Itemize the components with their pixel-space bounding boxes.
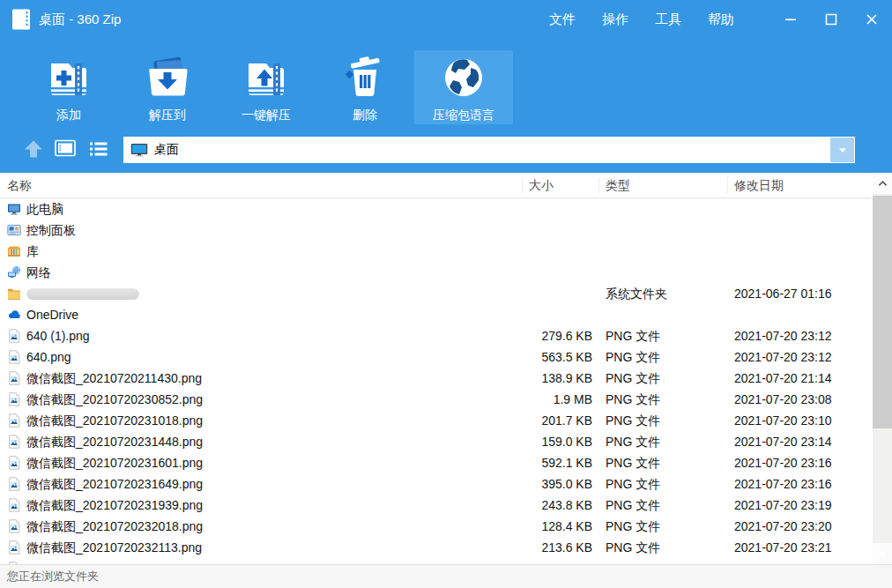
file-name: 微信截图_20210720231649.png: [26, 473, 203, 495]
table-row[interactable]: 微信截图_20210720231018.png201.7 KBPNG 文件202…: [0, 410, 871, 431]
table-row[interactable]: 微信截图_20210720231601.png592.1 KBPNG 文件202…: [0, 452, 871, 473]
png-file-icon: [7, 540, 21, 555]
file-name: 微信截图_20210720230852.png: [26, 389, 203, 410]
table-row[interactable]: 640.png563.5 KBPNG 文件2021-07-20 23:12: [0, 346, 871, 368]
png-file-icon: [7, 371, 21, 385]
png-file-icon: [7, 350, 21, 364]
desktop-icon: [130, 143, 148, 157]
close-button[interactable]: [851, 0, 892, 39]
table-row[interactable]: 微信截图_20210720231649.png395.0 KBPNG 文件202…: [0, 473, 871, 495]
chevron-down-icon: [876, 547, 889, 561]
delete-icon: [340, 53, 390, 102]
maximize-button[interactable]: [811, 0, 851, 39]
address-input[interactable]: 桌面: [123, 137, 855, 163]
table-row[interactable]: 微信截图_20210720230852.png1.9 MBPNG 文件2021-…: [0, 389, 871, 410]
file-date: 2021-07-20 21:14: [734, 368, 832, 389]
redacted-file-name: [26, 288, 139, 300]
file-size: 243.8 KB: [458, 495, 592, 516]
table-row[interactable]: 库: [0, 241, 871, 262]
tool-label: 添加: [56, 108, 81, 123]
file-type: PNG 文件: [606, 368, 660, 389]
table-row[interactable]: 此电脑: [0, 198, 871, 220]
file-name: 此电脑: [26, 198, 63, 220]
vertical-scrollbar[interactable]: [873, 173, 892, 564]
table-row[interactable]: OneDrive: [0, 304, 871, 325]
up-arrow-icon[interactable]: [22, 138, 45, 160]
status-text: 您正在浏览文件夹: [7, 569, 99, 583]
app-icon: [11, 8, 32, 31]
thumbnail-view-button[interactable]: [52, 137, 78, 161]
column-header-type[interactable]: 类型: [606, 173, 630, 198]
table-row[interactable]: 微信截图_20210720232113.png213.6 KBPNG 文件202…: [0, 537, 871, 558]
menu-item-tools[interactable]: 工具: [642, 0, 695, 39]
close-icon: [865, 12, 879, 26]
file-type: PNG 文件: [606, 389, 660, 410]
file-type: PNG 文件: [606, 431, 660, 452]
file-type: 系统文件夹: [606, 283, 667, 304]
extract-to-icon: [143, 53, 192, 102]
add-archive-icon: [44, 53, 93, 102]
column-separator: [522, 177, 523, 194]
table-row[interactable]: 640 (1).png279.6 KBPNG 文件2021-07-20 23:1…: [0, 325, 871, 346]
png-file-icon: [7, 329, 21, 343]
table-row[interactable]: 微信截图_20210720231939.png243.8 KBPNG 文件202…: [0, 495, 871, 516]
onedrive-icon: [7, 308, 21, 322]
file-size: 201.7 KB: [458, 410, 592, 431]
table-row[interactable]: 系统文件夹2021-06-27 01:16: [0, 283, 871, 304]
column-header-name[interactable]: 名称: [7, 173, 32, 198]
file-date: 2021-07-20 23:16: [734, 452, 832, 473]
png-file-icon: [7, 413, 21, 428]
table-row[interactable]: 控制面板: [0, 220, 871, 241]
file-type: PNG 文件: [606, 346, 660, 368]
file-size: 395.0 KB: [458, 473, 592, 495]
tool-label: 一键解压: [242, 108, 291, 123]
menubar: 文件操作工具帮助: [536, 0, 747, 39]
png-file-icon: [7, 519, 21, 533]
file-date: 2021-07-20 23:21: [734, 537, 832, 558]
table-row[interactable]: 微信截图_20210720231448.png159.0 KBPNG 文件202…: [0, 431, 871, 452]
extract-to-button[interactable]: 解压到: [118, 50, 217, 124]
network-icon: [7, 265, 21, 279]
menu-item-file[interactable]: 文件: [536, 0, 589, 39]
tool-label: 压缩包语言: [433, 108, 494, 123]
table-row[interactable]: 网络: [0, 262, 871, 283]
file-date: 2021-06-27 01:16: [734, 283, 832, 304]
menu-item-help[interactable]: 帮助: [695, 0, 747, 39]
file-type: PNG 文件: [606, 452, 660, 473]
address-dropdown-button[interactable]: [830, 138, 854, 162]
minimize-button[interactable]: [770, 0, 811, 39]
file-type: PNG 文件: [606, 537, 660, 558]
archive-language-button[interactable]: 压缩包语言: [414, 50, 513, 124]
scrollbar-thumb[interactable]: [873, 196, 892, 428]
file-type: PNG 文件: [606, 473, 660, 495]
folder-icon: [7, 287, 21, 301]
file-type: PNG 文件: [606, 410, 660, 431]
scroll-up-button[interactable]: [873, 173, 892, 194]
file-date: 2021-07-20 23:08: [734, 389, 832, 410]
window-controls: [770, 0, 892, 39]
file-type: PNG 文件: [606, 516, 660, 537]
list-view-button[interactable]: [85, 137, 112, 161]
window-chrome: 桌面 - 360 Zip 文件操作工具帮助 添加解压到一键解压删除压缩包语言 桌…: [0, 0, 892, 173]
delete-button[interactable]: 删除: [316, 50, 414, 124]
table-row[interactable]: 微信截图_20210720211430.png138.9 KBPNG 文件202…: [0, 368, 871, 389]
file-date: 2021-07-20 23:20: [734, 516, 832, 537]
one-click-extract-button[interactable]: 一键解压: [217, 50, 316, 124]
maximize-icon: [824, 12, 838, 26]
window-title: 桌面 - 360 Zip: [39, 0, 121, 39]
table-row-partial: [0, 558, 871, 564]
column-header-size[interactable]: 大小: [529, 173, 554, 198]
file-name: 微信截图_20210720232018.png: [26, 516, 203, 537]
menu-item-action[interactable]: 操作: [589, 0, 642, 39]
file-name: 控制面板: [26, 220, 76, 241]
scroll-down-button[interactable]: [873, 543, 892, 564]
add-button[interactable]: 添加: [19, 50, 118, 124]
this-pc-icon: [7, 202, 21, 216]
table-row[interactable]: 微信截图_20210720232018.png128.4 KBPNG 文件202…: [0, 516, 871, 537]
file-size: 128.4 KB: [458, 516, 592, 537]
column-header-date[interactable]: 修改日期: [734, 173, 784, 198]
control-panel-icon: [7, 223, 21, 237]
file-size: 213.6 KB: [458, 537, 592, 558]
file-name: 微信截图_20210720211430.png: [26, 368, 202, 389]
toolbar: 添加解压到一键解压删除压缩包语言: [0, 39, 892, 132]
